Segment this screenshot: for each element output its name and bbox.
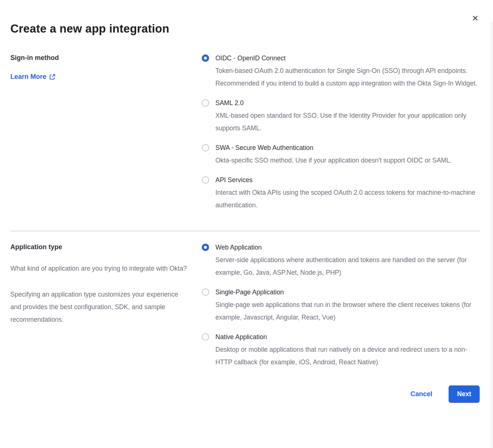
radio-option-web-application[interactable]: Web Application Server-side applications… — [202, 243, 480, 279]
radio-option-oidc[interactable]: OIDC - OpenID Connect Token-based OAuth … — [202, 53, 480, 90]
radio-option-label: SWA - Secure Web Authentication — [215, 143, 452, 153]
radio-option-description: Server-side applications where authentic… — [215, 254, 480, 279]
learn-more-label: Learn More — [10, 73, 46, 81]
close-icon: ✕ — [472, 14, 479, 23]
radio-option-label: SAML 2.0 — [215, 98, 480, 108]
application-type-question: What kind of application are you trying … — [10, 262, 187, 275]
radio-option-native-application[interactable]: Native Application Desktop or mobile app… — [202, 332, 480, 368]
application-type-heading: Application type — [10, 243, 187, 251]
application-type-left-column: Application type What kind of applicatio… — [10, 243, 202, 368]
radio-option-description: Interact with Okta APIs using the scoped… — [215, 186, 480, 211]
signin-method-section: Sign-in method Learn More OIDC - OpenID … — [10, 53, 480, 231]
radio-option-description: Desktop or mobile applications that run … — [215, 343, 480, 368]
close-button[interactable]: ✕ — [470, 13, 480, 24]
radio-option-single-page-application[interactable]: Single-Page Application Single-page web … — [202, 287, 480, 324]
radio-option-saml[interactable]: SAML 2.0 XML-based open standard for SSO… — [202, 98, 480, 134]
radio-option-label: Web Application — [215, 243, 480, 252]
radio-oidc[interactable] — [202, 54, 209, 62]
radio-single-page-application[interactable] — [202, 288, 209, 296]
signin-method-left-column: Sign-in method Learn More — [10, 53, 202, 211]
create-app-integration-dialog: ✕ Create a new app integration Sign-in m… — [0, 0, 493, 448]
external-link-icon — [49, 74, 56, 80]
radio-option-label: Native Application — [215, 332, 480, 342]
signin-method-heading: Sign-in method — [10, 53, 187, 62]
application-type-section: Application type What kind of applicatio… — [10, 231, 480, 368]
radio-api-services[interactable] — [202, 176, 209, 184]
dialog-footer: Cancel Next — [10, 385, 480, 420]
radio-native-application[interactable] — [202, 333, 209, 341]
cancel-button[interactable]: Cancel — [410, 390, 432, 398]
radio-option-label: Single-Page Application — [215, 287, 480, 297]
radio-option-description: Single-page web applications that run in… — [215, 298, 480, 324]
scrollbar-track — [490, 22, 493, 448]
radio-option-label: OIDC - OpenID Connect — [215, 53, 480, 63]
radio-option-label: API Services — [215, 175, 480, 185]
learn-more-link[interactable]: Learn More — [10, 73, 56, 81]
page-title: Create a new app integration — [10, 0, 480, 36]
application-type-note: Specifying an application type customize… — [10, 288, 187, 326]
radio-option-api-services[interactable]: API Services Interact with Okta APIs usi… — [202, 175, 480, 211]
radio-web-application[interactable] — [202, 244, 209, 251]
radio-swa[interactable] — [202, 144, 209, 151]
next-button[interactable]: Next — [449, 385, 480, 403]
application-type-options: Web Application Server-side applications… — [202, 243, 480, 368]
radio-option-description: Okta-specific SSO method. Use if your ap… — [215, 154, 452, 167]
radio-saml[interactable] — [202, 99, 209, 107]
radio-option-description: XML-based open standard for SSO. Use if … — [215, 109, 480, 134]
radio-option-description: Token-based OAuth 2.0 authentication for… — [215, 64, 480, 90]
signin-method-options: OIDC - OpenID Connect Token-based OAuth … — [202, 53, 480, 211]
radio-option-swa[interactable]: SWA - Secure Web Authentication Okta-spe… — [202, 143, 480, 167]
